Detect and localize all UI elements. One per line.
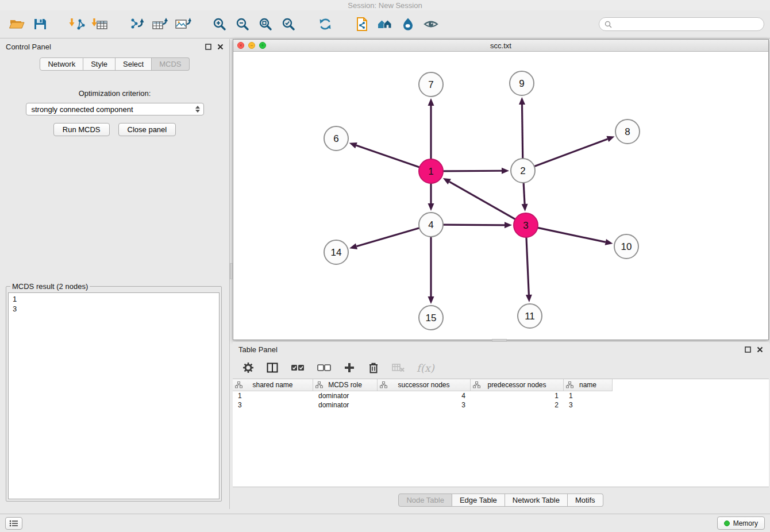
table-row[interactable]: 3dominator323 [233, 400, 769, 410]
svg-text:9: 9 [519, 78, 524, 89]
window-close-button[interactable]: × [237, 42, 244, 49]
tab-edge-table[interactable]: Edge Table [452, 494, 505, 507]
home-icon [376, 17, 394, 32]
graph-edge-1-6[interactable] [349, 142, 420, 168]
window-title: Session: New Session [348, 1, 422, 10]
refresh-view-button[interactable] [314, 13, 337, 36]
tab-select[interactable]: Select [116, 57, 152, 71]
control-panel-tabs: NetworkStyleSelectMCDS [0, 57, 229, 71]
import-network-icon [68, 17, 86, 32]
zoom-fit-button[interactable] [254, 13, 277, 36]
vertical-splitter-handle[interactable] [230, 263, 233, 279]
close-table-panel-icon[interactable] [757, 346, 763, 353]
tab-network-table[interactable]: Network Table [505, 494, 568, 507]
window-maximize-button[interactable]: + [259, 42, 266, 49]
status-bar: Memory [0, 514, 770, 532]
home-view-button[interactable] [374, 13, 396, 36]
open-session-button[interactable] [6, 13, 29, 36]
import-table-button[interactable] [88, 13, 111, 36]
session-details-button[interactable] [351, 13, 374, 36]
task-history-button[interactable] [5, 517, 22, 530]
delete-column-button[interactable] [367, 361, 380, 374]
table-header-row: shared nameMCDS rolesuccessor nodesprede… [233, 379, 613, 391]
criterion-dropdown[interactable]: strongly connected component [26, 103, 204, 115]
graph-node-2[interactable]: 2 [511, 159, 535, 183]
float-panel-icon[interactable] [205, 44, 211, 50]
tab-motifs[interactable]: Motifs [568, 494, 603, 507]
search-box[interactable] [599, 17, 764, 31]
graph-node-11[interactable]: 11 [518, 304, 542, 328]
column-header-successor-nodes[interactable]: successor nodes [378, 379, 471, 391]
tab-mcds[interactable]: MCDS [152, 57, 189, 71]
zoom-selected-button[interactable] [277, 13, 300, 36]
svg-text:7: 7 [428, 79, 433, 90]
svg-text:2: 2 [520, 165, 525, 176]
column-header-predecessor-nodes[interactable]: predecessor nodes [471, 379, 564, 391]
graph-node-1[interactable]: 1 [419, 159, 443, 183]
graph-node-10[interactable]: 10 [614, 234, 638, 259]
svg-text:10: 10 [621, 241, 632, 252]
create-column-button[interactable] [343, 361, 356, 374]
graph-node-3[interactable]: 3 [514, 213, 538, 237]
float-table-panel-icon[interactable] [745, 346, 751, 353]
graph-edge-1-7[interactable] [428, 98, 434, 160]
search-input[interactable] [615, 20, 759, 29]
window-minimize-button[interactable]: − [248, 42, 255, 49]
import-network-button[interactable] [66, 13, 88, 36]
zoom-out-button[interactable] [231, 13, 254, 36]
window-titlebar: Session: New Session [0, 0, 770, 10]
column-header-shared-name[interactable]: shared name [233, 379, 313, 391]
graph-edge-3-1[interactable] [443, 178, 516, 219]
graph-edge-4-14[interactable] [349, 228, 420, 249]
graph-edge-2-9[interactable] [519, 97, 525, 159]
gear-icon [242, 361, 255, 374]
graph-node-4[interactable]: 4 [419, 213, 443, 237]
graph-edge-2-3[interactable] [522, 182, 528, 211]
column-header-name[interactable]: name [564, 379, 613, 391]
close-panel-icon[interactable] [217, 44, 224, 50]
refresh-icon [317, 16, 333, 32]
table-settings-button[interactable] [242, 361, 255, 374]
svg-text:3: 3 [523, 220, 528, 231]
save-icon [33, 17, 48, 32]
export-image-button[interactable] [171, 13, 194, 36]
run-mcds-button[interactable]: Run MCDS [53, 123, 110, 136]
export-network-button[interactable] [125, 13, 148, 36]
tab-style[interactable]: Style [83, 57, 116, 71]
column-sort-icon [235, 381, 242, 388]
save-session-button[interactable] [29, 13, 52, 36]
graph-edge-4-15[interactable] [428, 236, 434, 304]
graph-edge-2-8[interactable] [534, 136, 615, 167]
export-table-button[interactable] [148, 13, 171, 36]
unselect-all-columns-button[interactable] [317, 361, 332, 374]
graph-edge-1-4[interactable] [428, 183, 434, 211]
graph-edge-1-2[interactable] [442, 168, 509, 174]
graph-node-15[interactable]: 15 [419, 306, 443, 330]
graph-edge-4-3[interactable] [442, 222, 512, 228]
show-columns-button[interactable] [266, 361, 279, 374]
table-row[interactable]: 1dominator411 [233, 391, 769, 400]
close-panel-button[interactable]: Close panel [118, 123, 176, 136]
graph-edge-3-11[interactable] [526, 237, 532, 302]
graph-node-14[interactable]: 14 [324, 240, 348, 264]
graph-edge-3-10[interactable] [537, 228, 613, 245]
mcds-result-list[interactable]: 13 [8, 292, 220, 499]
column-header-mcds-role[interactable]: MCDS role [313, 379, 378, 391]
fx-icon: f(x) [417, 362, 434, 374]
style-paint-button[interactable] [396, 13, 419, 36]
import-table-icon [91, 17, 109, 32]
network-window-titlebar[interactable]: scc.txt × − + [233, 40, 768, 52]
graph-node-6[interactable]: 6 [324, 126, 348, 151]
select-all-columns-button[interactable] [290, 361, 305, 374]
column-sort-icon [473, 381, 480, 388]
zoom-in-button[interactable] [208, 13, 231, 36]
graph-node-7[interactable]: 7 [419, 72, 443, 97]
graph-node-8[interactable]: 8 [615, 119, 640, 144]
tab-network[interactable]: Network [40, 57, 83, 71]
network-canvas[interactable]: 7968124314101511 [233, 52, 768, 340]
show-graphics-details-button[interactable] [419, 13, 442, 36]
memory-button[interactable]: Memory [717, 516, 765, 530]
mcds-result-line: 3 [13, 304, 215, 314]
tab-node-table[interactable]: Node Table [398, 494, 452, 507]
graph-node-9[interactable]: 9 [510, 71, 534, 95]
